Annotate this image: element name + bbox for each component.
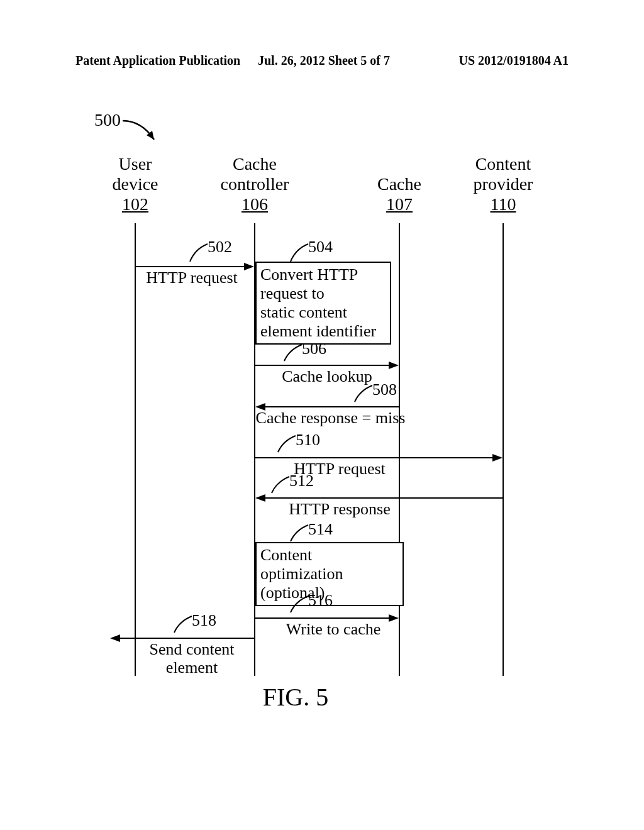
ref-500-text: 500	[94, 110, 121, 130]
svg-marker-12	[389, 614, 399, 622]
header-right: US 2012/0191804 A1	[459, 53, 569, 68]
lifeline-num: 110	[465, 194, 541, 214]
lifeline-cache	[399, 223, 400, 676]
header-center: Jul. 26, 2012 Sheet 5 of 7	[258, 53, 390, 68]
lifeline-header-user-device: User device 102	[97, 154, 173, 215]
header-left: Patent Application Publication	[75, 53, 240, 68]
box-504-text: Convert HTTP request to static content e…	[260, 265, 376, 340]
svg-marker-4	[389, 362, 399, 369]
ref-506: 506	[302, 340, 326, 358]
ref-502: 502	[208, 238, 232, 257]
msg-506: Cache lookup	[264, 368, 390, 386]
lifeline-name: Cache controller	[211, 154, 299, 194]
svg-marker-2	[244, 263, 254, 270]
msg-508: Cache response = miss	[253, 409, 408, 428]
lifeline-num: 107	[362, 194, 437, 214]
leader-arrow-icon	[123, 118, 160, 146]
ref-512: 512	[289, 472, 314, 490]
msg-516: Write to cache	[277, 621, 390, 639]
lifeline-user-device	[135, 223, 136, 676]
lifeline-header-cache-controller: Cache controller 106	[211, 154, 299, 215]
lifeline-header-content-provider: Content provider 110	[465, 154, 541, 215]
msg-518: Send content element	[142, 641, 242, 677]
lifeline-content-provider	[502, 223, 504, 676]
lifeline-name: User device	[97, 154, 173, 194]
figure-caption: FIG. 5	[233, 682, 358, 712]
sequence-diagram: 500 User device 102 Cache controller 106…	[0, 94, 644, 786]
diagram-ref-500: 500	[94, 110, 121, 130]
ref-518: 518	[192, 611, 216, 630]
ref-508: 508	[372, 380, 397, 399]
lifeline-num: 106	[211, 194, 299, 214]
ref-510: 510	[296, 431, 320, 450]
lifeline-name: Content provider	[465, 154, 541, 194]
msg-502: HTTP request	[138, 269, 245, 287]
msg-512: HTTP response	[277, 501, 402, 519]
ref-504: 504	[308, 238, 333, 257]
svg-marker-8	[492, 454, 502, 462]
lifeline-header-cache: Cache 107	[362, 174, 437, 214]
ref-514: 514	[308, 520, 333, 539]
lifeline-name: Cache	[362, 174, 437, 194]
ref-516: 516	[308, 591, 333, 610]
lifeline-num: 102	[97, 194, 173, 214]
svg-marker-10	[255, 494, 265, 502]
box-504: Convert HTTP request to static content e…	[255, 262, 391, 345]
page: Patent Application Publication Jul. 26, …	[0, 0, 644, 830]
svg-marker-14	[110, 634, 120, 642]
